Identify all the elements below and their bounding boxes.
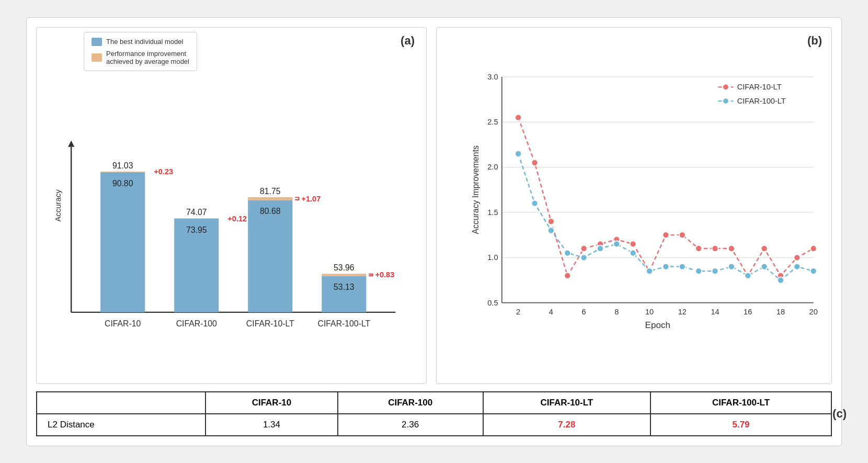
svg-point-71 [810,245,817,251]
svg-text:Accuracy Improvements: Accuracy Improvements [471,145,480,234]
main-container: (a) Accuracy The best individual model P… [26,17,842,446]
table-cell-value: 1.34 [205,414,337,436]
panel-c-wrapper: CIFAR-10CIFAR-100CIFAR-10-LTCIFAR-100-LT… [36,391,832,436]
svg-text:18: 18 [776,307,785,315]
svg-point-92 [723,84,728,89]
svg-text:CIFAR-10: CIFAR-10 [105,319,141,328]
svg-text:+0.23: +0.23 [154,167,173,176]
svg-rect-21 [322,276,366,312]
svg-point-80 [646,268,653,274]
svg-point-73 [531,200,538,206]
svg-text:+1.07: +1.07 [301,194,321,202]
svg-text:CIFAR-100: CIFAR-100 [176,319,217,328]
svg-point-88 [778,277,784,283]
svg-text:14: 14 [711,307,719,315]
svg-point-68 [761,245,768,251]
legend-item-blue: The best individual model [92,38,189,46]
table-header [37,392,205,414]
legend-item-orange: Performance improvementachieved by avera… [92,50,189,65]
svg-point-87 [761,263,768,269]
svg-rect-15 [248,200,292,312]
svg-text:4: 4 [549,307,553,315]
svg-text:8: 8 [614,307,619,315]
svg-point-70 [794,254,800,261]
svg-text:91.03: 91.03 [112,161,133,170]
svg-text:6: 6 [582,307,586,315]
svg-point-82 [679,263,686,269]
line-chart-svg: 0.51.01.52.02.53.02468101214161820EpochA… [470,37,826,358]
svg-point-81 [663,263,669,269]
legend-label-blue: The best individual model [106,38,183,46]
panel-a-label: (a) [401,34,415,48]
table-header: CIFAR-10-LT [483,392,650,414]
panel-c-table: CIFAR-10CIFAR-100CIFAR-10-LTCIFAR-100-LT… [36,391,832,436]
svg-rect-16 [248,197,292,200]
table-cell-label: L2 Distance [37,414,205,436]
svg-marker-2 [68,140,74,146]
svg-text:CIFAR-100-LT: CIFAR-100-LT [737,97,786,105]
panel-a-legend: The best individual model Performance im… [84,32,197,71]
svg-point-83 [695,268,702,274]
svg-text:1.0: 1.0 [487,253,498,262]
svg-text:90.80: 90.80 [112,178,133,187]
svg-point-74 [548,227,554,233]
legend-label-orange: Performance improvementachieved by avera… [106,50,189,65]
table-cell-value: 2.36 [338,414,483,436]
svg-point-75 [564,250,570,256]
panel-c-label: (c) [832,407,847,421]
svg-text:2.5: 2.5 [487,118,498,126]
svg-text:20: 20 [809,307,818,315]
panel-a-y-axis: Accuracy [53,189,62,222]
svg-point-62 [663,232,669,238]
svg-point-79 [630,250,636,256]
legend-box-blue [92,38,102,46]
table-cell-value: 5.79 [650,414,831,436]
svg-point-77 [597,245,603,251]
table-cell-value: 7.28 [483,414,650,436]
svg-text:CIFAR-10-LT: CIFAR-10-LT [246,319,294,328]
svg-rect-4 [100,171,145,172]
svg-text:0.5: 0.5 [487,298,498,307]
svg-rect-3 [100,172,145,312]
svg-text:16: 16 [744,307,752,315]
svg-text:CIFAR-100-LT: CIFAR-100-LT [318,319,371,328]
svg-text:81.75: 81.75 [260,186,281,195]
bar-chart-svg: 90.8091.03+0.23CIFAR-1073.9574.07+0.12CI… [65,37,421,358]
svg-point-89 [794,263,800,269]
svg-point-72 [515,150,521,156]
svg-point-56 [564,272,570,278]
svg-point-65 [712,245,718,251]
svg-text:10: 10 [645,307,654,315]
svg-point-64 [695,245,702,251]
svg-text:73.95: 73.95 [186,225,207,234]
svg-text:12: 12 [678,307,687,315]
svg-point-60 [630,241,636,247]
svg-rect-22 [322,274,366,276]
top-row: (a) Accuracy The best individual model P… [36,27,832,384]
svg-text:53.96: 53.96 [334,263,355,272]
svg-text:+0.12: +0.12 [227,214,247,222]
svg-text:74.07: 74.07 [186,208,207,217]
svg-text:1.5: 1.5 [487,208,498,216]
table-header: CIFAR-10 [205,392,337,414]
svg-point-66 [728,245,735,251]
panel-b: (b) 0.51.01.52.02.53.02468101214161820Ep… [436,27,832,384]
svg-text:CIFAR-10-LT: CIFAR-10-LT [737,83,782,91]
svg-text:3.0: 3.0 [487,72,498,81]
svg-text:80.68: 80.68 [260,207,281,216]
svg-rect-10 [174,218,219,219]
table-header: CIFAR-100 [338,392,483,414]
svg-text:2: 2 [516,307,520,315]
svg-text:Epoch: Epoch [645,320,670,330]
legend-box-orange [92,53,102,62]
svg-point-84 [712,268,718,274]
table-row: L2 Distance1.342.367.285.79 [37,414,831,436]
svg-text:53.13: 53.13 [334,283,355,291]
panel-a: (a) Accuracy The best individual model P… [36,27,427,384]
svg-point-95 [723,98,728,104]
svg-point-63 [679,232,686,238]
svg-point-54 [531,159,538,165]
svg-point-76 [581,254,587,261]
svg-point-78 [613,241,620,247]
svg-point-86 [745,272,751,278]
